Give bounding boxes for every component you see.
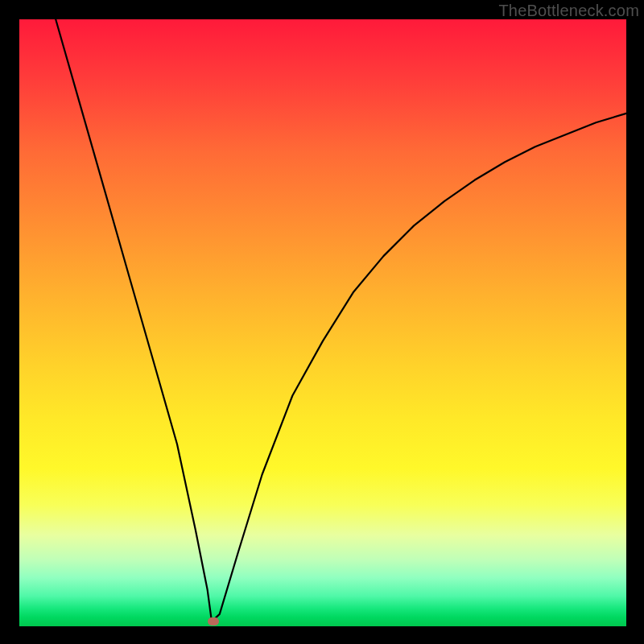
chart-frame: TheBottleneck.com [0,0,644,644]
optimal-point-marker [208,617,219,625]
watermark-text: TheBottleneck.com [498,2,639,20]
bottleneck-curve [0,0,644,644]
